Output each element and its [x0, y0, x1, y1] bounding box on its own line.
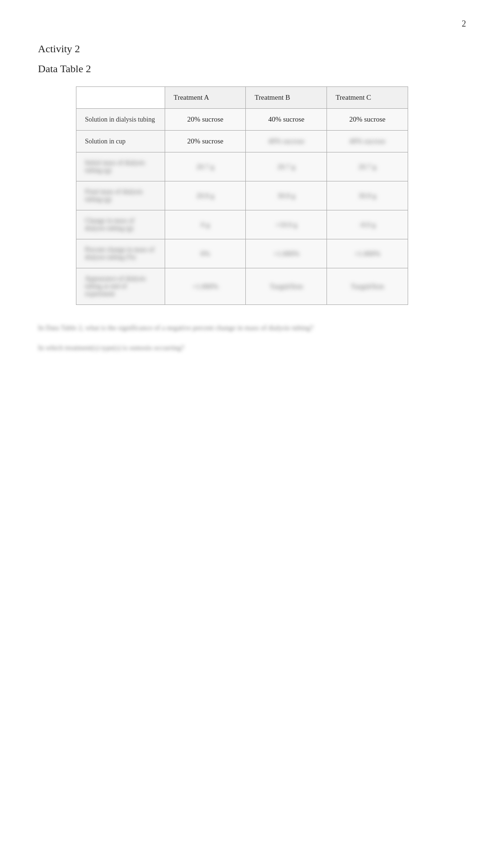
- data-table-wrapper: Treatment A Treatment B Treatment C Solu…: [38, 86, 466, 305]
- table-row: Change in mass of dialysis tubing (g) 0 …: [76, 210, 408, 239]
- cell-initial-b: 20.7 g: [246, 152, 327, 181]
- row-label-percent-change: Percent change in mass of dialysis tubin…: [76, 239, 165, 268]
- question-2: In which treatment(s) type(s) is osmosis…: [38, 342, 466, 353]
- col-header-treatment-a: Treatment A: [165, 87, 246, 109]
- cell-cup-b: 40% sucrose: [246, 131, 327, 152]
- question-1-text: In Data Table 2, what is the significanc…: [38, 322, 466, 333]
- row-label-initial-mass: Initial mass of dialysis tubing (g): [76, 152, 165, 181]
- table-row: Solution in cup 20% sucrose 40% sucrose …: [76, 131, 408, 152]
- table-row: Appearance of dialysis tubing at end of …: [76, 268, 408, 305]
- activity-title: Activity 2: [38, 43, 466, 55]
- cell-final-b: 30.8 g: [246, 181, 327, 210]
- row-label-dialysis-tubing: Solution in dialysis tubing: [76, 109, 165, 131]
- cell-final-c: 30.8 g: [327, 181, 408, 210]
- data-table: Treatment A Treatment B Treatment C Solu…: [76, 86, 408, 305]
- col-header-treatment-c: Treatment C: [327, 87, 408, 109]
- cell-cup-a: 20% sucrose: [165, 131, 246, 152]
- cell-initial-a: 20.7 g: [165, 152, 246, 181]
- data-table-title: Data Table 2: [38, 63, 466, 75]
- cell-percent-c: +1.000%: [327, 239, 408, 268]
- question-section: In Data Table 2, what is the significanc…: [38, 322, 466, 353]
- cell-initial-c: 20.7 g: [327, 152, 408, 181]
- question-2-text: In which treatment(s) type(s) is osmosis…: [38, 342, 466, 353]
- question-1: In Data Table 2, what is the significanc…: [38, 322, 466, 333]
- cell-final-a: 20.8 g: [165, 181, 246, 210]
- col-header-treatment-b: Treatment B: [246, 87, 327, 109]
- table-row: Percent change in mass of dialysis tubin…: [76, 239, 408, 268]
- cell-appear-a: +1.000%: [165, 268, 246, 305]
- row-label-appearance: Appearance of dialysis tubing at end of …: [76, 268, 165, 305]
- row-label-cup: Solution in cup: [76, 131, 165, 152]
- cell-cup-c: 40% sucrose: [327, 131, 408, 152]
- cell-change-b: +10.0 g: [246, 210, 327, 239]
- cell-appear-b: Turgid/firm: [246, 268, 327, 305]
- cell-appear-c: Turgid/firm: [327, 268, 408, 305]
- table-row: Initial mass of dialysis tubing (g) 20.7…: [76, 152, 408, 181]
- table-row: Final mass of dialysis tubing (g) 20.8 g…: [76, 181, 408, 210]
- cell-change-a: 0 g: [165, 210, 246, 239]
- page-number: 2: [462, 19, 466, 29]
- cell-percent-a: 0%: [165, 239, 246, 268]
- cell-percent-b: +1.000%: [246, 239, 327, 268]
- row-label-final-mass: Final mass of dialysis tubing (g): [76, 181, 165, 210]
- cell-change-c: -0.0 g: [327, 210, 408, 239]
- row-label-change-mass: Change in mass of dialysis tubing (g): [76, 210, 165, 239]
- table-row: Solution in dialysis tubing 20% sucrose …: [76, 109, 408, 131]
- cell-dialysis-a: 20% sucrose: [165, 109, 246, 131]
- cell-dialysis-c: 20% sucrose: [327, 109, 408, 131]
- cell-dialysis-b: 40% sucrose: [246, 109, 327, 131]
- col-header-label: [76, 87, 165, 109]
